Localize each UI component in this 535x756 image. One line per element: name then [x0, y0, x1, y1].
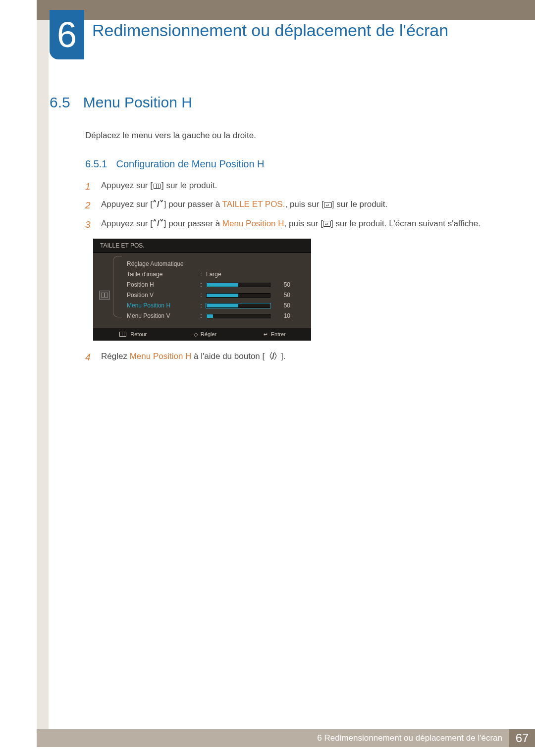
osd-value: 50 [273, 281, 290, 288]
osd-screenshot: TAILLE ET POS. Réglage Automatique Taill… [93, 239, 311, 341]
subsection-title: Configuration de Menu Position H [116, 158, 264, 170]
step-number: 2 [85, 198, 93, 213]
step-text: Appuyez sur [˄/˅] pour passer à Menu Pos… [101, 217, 481, 233]
step-text: Réglez Menu Position H à l'aide du bouto… [101, 350, 285, 365]
osd-row-auto: Réglage Automatique [127, 259, 306, 269]
osd-slider [206, 314, 270, 318]
intro-text: Déplacez le menu vers la gauche ou la dr… [85, 131, 490, 141]
osd-slider [206, 283, 270, 287]
page-number: 67 [509, 729, 535, 747]
chapter-number: 6 [57, 17, 77, 52]
step-2: 2 Appuyez sur [˄/˅] pour passer à TAILLE… [85, 198, 490, 213]
chapter-badge: 6 [50, 10, 84, 59]
enter-icon [323, 221, 331, 227]
step-text: Appuyez sur [] sur le produit. [101, 179, 217, 195]
page-content: 6.5 Menu Position H Déplacez le menu ver… [50, 94, 490, 368]
osd-value: 10 [273, 312, 290, 319]
section-heading: 6.5 Menu Position H [50, 94, 490, 111]
osd-label: Réglage Automatique [127, 260, 196, 267]
osd-label: Position H [127, 281, 196, 288]
osd-category-icon [99, 291, 110, 300]
osd-row-size: Taille d'image : Large [127, 269, 306, 280]
footer-bar: 6 Redimensionnement ou déplacement de l'… [37, 729, 535, 747]
osd-row-posv: Position V : 50 [127, 290, 306, 301]
step-3: 3 Appuyez sur [˄/˅] pour passer à Menu P… [85, 217, 490, 233]
osd-title: TAILLE ET POS. [93, 239, 311, 253]
enter-icon: ↵ [264, 331, 268, 338]
osd-slider [206, 293, 270, 298]
osd-value: 50 [273, 302, 290, 309]
highlight-text: Menu Position H [130, 352, 192, 361]
osd-label-selected: Menu Position H [127, 302, 196, 309]
menu-icon [118, 332, 127, 337]
osd-value: 50 [273, 292, 290, 299]
menu-icon [153, 184, 161, 189]
footer-label: 6 Redimensionnement ou déplacement de l'… [317, 733, 509, 743]
steps-list: 1 Appuyez sur [] sur le produit. 2 Appuy… [85, 179, 490, 233]
osd-row-menuv: Menu Position V : 10 [127, 311, 306, 321]
left-right-icon: 〈/〉 [265, 350, 281, 364]
left-margin-bar [37, 20, 49, 729]
highlight-text: Menu Position H [222, 219, 284, 228]
highlight-text: TAILLE ET POS. [222, 200, 285, 209]
adjust-icon: ◇ [194, 331, 198, 338]
step-number: 3 [85, 217, 93, 233]
subsection-heading: 6.5.1 Configuration de Menu Position H [85, 158, 490, 170]
osd-body: Réglage Automatique Taille d'image : Lar… [93, 253, 311, 328]
step-1: 1 Appuyez sur [] sur le produit. [85, 179, 490, 195]
header-bar [37, 0, 535, 20]
osd-row-posh: Position H : 50 [127, 280, 306, 290]
step-number: 4 [85, 350, 93, 365]
osd-label: Menu Position V [127, 312, 196, 319]
up-down-icon: ˄/˅ [153, 217, 164, 231]
osd-value: Large [206, 271, 221, 278]
subsection-number: 6.5.1 [85, 158, 107, 170]
osd-footer: Retour ◇Régler ↵Entrer [93, 328, 311, 341]
steps-list-continued: 4 Réglez Menu Position H à l'aide du bou… [85, 350, 490, 365]
osd-footer-adjust: ◇Régler [194, 331, 216, 338]
osd-row-menuh: Menu Position H : 50 [127, 301, 306, 311]
osd-label: Taille d'image [127, 271, 196, 278]
step-number: 1 [85, 179, 93, 195]
osd-slider-selected [206, 303, 270, 308]
osd-bracket [113, 256, 122, 317]
step-text: Appuyez sur [˄/˅] pour passer à TAILLE E… [101, 198, 387, 213]
up-down-icon: ˄/˅ [153, 198, 164, 212]
chapter-title: Redimensionnement ou déplacement de l'éc… [92, 20, 505, 41]
section-number: 6.5 [50, 94, 70, 111]
step-4: 4 Réglez Menu Position H à l'aide du bou… [85, 350, 490, 365]
section-title: Menu Position H [83, 94, 192, 111]
osd-footer-back: Retour [118, 331, 147, 338]
osd-label: Position V [127, 292, 196, 299]
enter-icon [324, 202, 332, 208]
osd-footer-enter: ↵Entrer [264, 331, 286, 338]
